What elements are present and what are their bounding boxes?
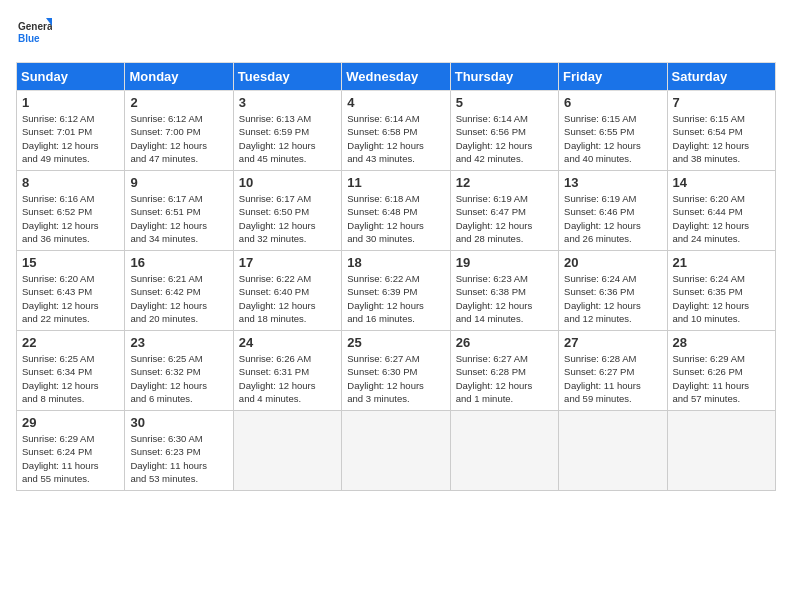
weekday-header-monday: Monday <box>125 63 233 91</box>
day-number: 6 <box>564 95 661 110</box>
day-number: 21 <box>673 255 770 270</box>
day-detail: Sunrise: 6:23 AM Sunset: 6:38 PM Dayligh… <box>456 272 553 325</box>
weekday-header-friday: Friday <box>559 63 667 91</box>
day-detail: Sunrise: 6:19 AM Sunset: 6:47 PM Dayligh… <box>456 192 553 245</box>
day-number: 17 <box>239 255 336 270</box>
day-number: 11 <box>347 175 444 190</box>
day-number: 18 <box>347 255 444 270</box>
day-number: 15 <box>22 255 119 270</box>
day-number: 13 <box>564 175 661 190</box>
calendar-day-23: 23 Sunrise: 6:25 AM Sunset: 6:32 PM Dayl… <box>125 331 233 411</box>
day-number: 7 <box>673 95 770 110</box>
calendar-day-21: 21 Sunrise: 6:24 AM Sunset: 6:35 PM Dayl… <box>667 251 775 331</box>
svg-text:General: General <box>18 21 52 32</box>
day-detail: Sunrise: 6:25 AM Sunset: 6:34 PM Dayligh… <box>22 352 119 405</box>
calendar-day-4: 4 Sunrise: 6:14 AM Sunset: 6:58 PM Dayli… <box>342 91 450 171</box>
logo: General Blue <box>16 16 52 52</box>
calendar-day-12: 12 Sunrise: 6:19 AM Sunset: 6:47 PM Dayl… <box>450 171 558 251</box>
day-number: 8 <box>22 175 119 190</box>
day-detail: Sunrise: 6:27 AM Sunset: 6:30 PM Dayligh… <box>347 352 444 405</box>
day-number: 5 <box>456 95 553 110</box>
day-detail: Sunrise: 6:29 AM Sunset: 6:26 PM Dayligh… <box>673 352 770 405</box>
day-detail: Sunrise: 6:12 AM Sunset: 7:00 PM Dayligh… <box>130 112 227 165</box>
day-detail: Sunrise: 6:21 AM Sunset: 6:42 PM Dayligh… <box>130 272 227 325</box>
calendar-day-24: 24 Sunrise: 6:26 AM Sunset: 6:31 PM Dayl… <box>233 331 341 411</box>
day-detail: Sunrise: 6:15 AM Sunset: 6:54 PM Dayligh… <box>673 112 770 165</box>
day-detail: Sunrise: 6:15 AM Sunset: 6:55 PM Dayligh… <box>564 112 661 165</box>
calendar-day-26: 26 Sunrise: 6:27 AM Sunset: 6:28 PM Dayl… <box>450 331 558 411</box>
weekday-header-tuesday: Tuesday <box>233 63 341 91</box>
day-number: 16 <box>130 255 227 270</box>
calendar-week-1: 1 Sunrise: 6:12 AM Sunset: 7:01 PM Dayli… <box>17 91 776 171</box>
calendar-week-5: 29 Sunrise: 6:29 AM Sunset: 6:24 PM Dayl… <box>17 411 776 491</box>
calendar-day-16: 16 Sunrise: 6:21 AM Sunset: 6:42 PM Dayl… <box>125 251 233 331</box>
calendar-day-13: 13 Sunrise: 6:19 AM Sunset: 6:46 PM Dayl… <box>559 171 667 251</box>
day-number: 14 <box>673 175 770 190</box>
day-number: 2 <box>130 95 227 110</box>
calendar-week-2: 8 Sunrise: 6:16 AM Sunset: 6:52 PM Dayli… <box>17 171 776 251</box>
calendar-day-15: 15 Sunrise: 6:20 AM Sunset: 6:43 PM Dayl… <box>17 251 125 331</box>
calendar-day-19: 19 Sunrise: 6:23 AM Sunset: 6:38 PM Dayl… <box>450 251 558 331</box>
calendar-day-6: 6 Sunrise: 6:15 AM Sunset: 6:55 PM Dayli… <box>559 91 667 171</box>
calendar-day-29: 29 Sunrise: 6:29 AM Sunset: 6:24 PM Dayl… <box>17 411 125 491</box>
day-detail: Sunrise: 6:29 AM Sunset: 6:24 PM Dayligh… <box>22 432 119 485</box>
day-number: 22 <box>22 335 119 350</box>
calendar-day-25: 25 Sunrise: 6:27 AM Sunset: 6:30 PM Dayl… <box>342 331 450 411</box>
day-detail: Sunrise: 6:28 AM Sunset: 6:27 PM Dayligh… <box>564 352 661 405</box>
calendar-day-9: 9 Sunrise: 6:17 AM Sunset: 6:51 PM Dayli… <box>125 171 233 251</box>
calendar-day-1: 1 Sunrise: 6:12 AM Sunset: 7:01 PM Dayli… <box>17 91 125 171</box>
calendar-day-8: 8 Sunrise: 6:16 AM Sunset: 6:52 PM Dayli… <box>17 171 125 251</box>
day-detail: Sunrise: 6:17 AM Sunset: 6:50 PM Dayligh… <box>239 192 336 245</box>
day-detail: Sunrise: 6:13 AM Sunset: 6:59 PM Dayligh… <box>239 112 336 165</box>
calendar-day-2: 2 Sunrise: 6:12 AM Sunset: 7:00 PM Dayli… <box>125 91 233 171</box>
day-detail: Sunrise: 6:24 AM Sunset: 6:35 PM Dayligh… <box>673 272 770 325</box>
empty-cell <box>667 411 775 491</box>
day-number: 12 <box>456 175 553 190</box>
day-number: 10 <box>239 175 336 190</box>
weekday-header-thursday: Thursday <box>450 63 558 91</box>
day-number: 28 <box>673 335 770 350</box>
weekday-header-saturday: Saturday <box>667 63 775 91</box>
day-number: 25 <box>347 335 444 350</box>
calendar-day-3: 3 Sunrise: 6:13 AM Sunset: 6:59 PM Dayli… <box>233 91 341 171</box>
day-number: 4 <box>347 95 444 110</box>
calendar-day-14: 14 Sunrise: 6:20 AM Sunset: 6:44 PM Dayl… <box>667 171 775 251</box>
day-detail: Sunrise: 6:30 AM Sunset: 6:23 PM Dayligh… <box>130 432 227 485</box>
day-number: 30 <box>130 415 227 430</box>
weekday-header-row: SundayMondayTuesdayWednesdayThursdayFrid… <box>17 63 776 91</box>
page-header: General Blue <box>16 16 776 52</box>
day-number: 27 <box>564 335 661 350</box>
day-number: 23 <box>130 335 227 350</box>
empty-cell <box>233 411 341 491</box>
calendar-day-17: 17 Sunrise: 6:22 AM Sunset: 6:40 PM Dayl… <box>233 251 341 331</box>
day-detail: Sunrise: 6:17 AM Sunset: 6:51 PM Dayligh… <box>130 192 227 245</box>
day-detail: Sunrise: 6:27 AM Sunset: 6:28 PM Dayligh… <box>456 352 553 405</box>
day-detail: Sunrise: 6:22 AM Sunset: 6:39 PM Dayligh… <box>347 272 444 325</box>
empty-cell <box>559 411 667 491</box>
day-number: 1 <box>22 95 119 110</box>
calendar-table: SundayMondayTuesdayWednesdayThursdayFrid… <box>16 62 776 491</box>
calendar-day-28: 28 Sunrise: 6:29 AM Sunset: 6:26 PM Dayl… <box>667 331 775 411</box>
day-number: 29 <box>22 415 119 430</box>
day-detail: Sunrise: 6:25 AM Sunset: 6:32 PM Dayligh… <box>130 352 227 405</box>
weekday-header-wednesday: Wednesday <box>342 63 450 91</box>
day-number: 20 <box>564 255 661 270</box>
day-number: 9 <box>130 175 227 190</box>
day-number: 26 <box>456 335 553 350</box>
day-number: 24 <box>239 335 336 350</box>
day-detail: Sunrise: 6:26 AM Sunset: 6:31 PM Dayligh… <box>239 352 336 405</box>
day-detail: Sunrise: 6:14 AM Sunset: 6:56 PM Dayligh… <box>456 112 553 165</box>
calendar-week-4: 22 Sunrise: 6:25 AM Sunset: 6:34 PM Dayl… <box>17 331 776 411</box>
day-detail: Sunrise: 6:12 AM Sunset: 7:01 PM Dayligh… <box>22 112 119 165</box>
day-detail: Sunrise: 6:20 AM Sunset: 6:43 PM Dayligh… <box>22 272 119 325</box>
day-detail: Sunrise: 6:24 AM Sunset: 6:36 PM Dayligh… <box>564 272 661 325</box>
calendar-day-27: 27 Sunrise: 6:28 AM Sunset: 6:27 PM Dayl… <box>559 331 667 411</box>
weekday-header-sunday: Sunday <box>17 63 125 91</box>
day-number: 3 <box>239 95 336 110</box>
empty-cell <box>450 411 558 491</box>
day-number: 19 <box>456 255 553 270</box>
calendar-day-20: 20 Sunrise: 6:24 AM Sunset: 6:36 PM Dayl… <box>559 251 667 331</box>
calendar-day-11: 11 Sunrise: 6:18 AM Sunset: 6:48 PM Dayl… <box>342 171 450 251</box>
day-detail: Sunrise: 6:20 AM Sunset: 6:44 PM Dayligh… <box>673 192 770 245</box>
calendar-day-7: 7 Sunrise: 6:15 AM Sunset: 6:54 PM Dayli… <box>667 91 775 171</box>
